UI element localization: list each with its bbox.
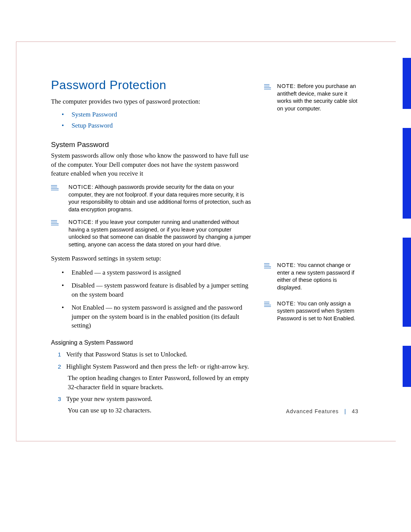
notice-block: NOTICE: If you leave your computer runni… (51, 219, 253, 248)
intro-text: The computer provides two types of passw… (51, 97, 253, 106)
section-tab[interactable] (403, 346, 411, 387)
list-item: Not Enabled — no system password is assi… (62, 303, 253, 330)
svg-rect-17 (264, 303, 269, 304)
footer-section: Advanced Features (286, 408, 339, 414)
spacer (264, 121, 363, 262)
step-text: Highlight System Password and then press… (66, 363, 249, 370)
system-password-description: System passwords allow only those who kn… (51, 151, 253, 178)
svg-rect-16 (264, 302, 269, 302)
svg-rect-1 (51, 187, 57, 187)
settings-intro: System Password settings in system setup… (51, 254, 253, 263)
svg-rect-18 (264, 305, 271, 305)
page-content: Password Protection The computer provide… (51, 78, 363, 418)
svg-rect-5 (51, 222, 57, 222)
notice-block: NOTICE: Although passwords provide secur… (51, 184, 253, 213)
notice-text: NOTICE: If you leave your computer runni… (68, 219, 253, 248)
password-types-list: System Password Setup Password (62, 109, 253, 131)
step-followup: The option heading changes to Enter Pass… (68, 374, 253, 392)
svg-rect-2 (51, 188, 59, 189)
notice-icon (51, 219, 66, 227)
step-number: 1 (58, 350, 66, 358)
notice-icon (51, 184, 66, 192)
system-password-heading: System Password (51, 141, 253, 149)
note-lead: NOTE: (277, 262, 296, 268)
step-text: Type your new system password. (66, 395, 152, 403)
svg-rect-6 (51, 223, 59, 224)
svg-rect-19 (264, 306, 271, 307)
notice-text: NOTICE: Although passwords provide secur… (68, 184, 253, 213)
notice-body: Although passwords provide security for … (68, 184, 251, 212)
tab-gap (403, 219, 411, 238)
note-text: NOTE: You cannot change or enter a new s… (277, 262, 363, 291)
side-note: NOTE: You cannot change or enter a new s… (264, 262, 363, 291)
section-tabs (403, 58, 411, 387)
footer-page-number: 43 (352, 408, 358, 414)
note-lead: NOTE: (277, 83, 296, 89)
assigning-heading: Assigning a System Password (51, 339, 253, 346)
step-text: Verify that Password Status is set to Un… (66, 351, 187, 358)
svg-rect-8 (264, 84, 269, 85)
list-item: Enabled — a system password is assigned (62, 268, 253, 277)
step-number: 2 (58, 363, 66, 371)
list-item: Disabled — system password feature is di… (62, 281, 253, 299)
notice-lead: NOTICE: (68, 184, 94, 190)
page-title: Password Protection (51, 78, 253, 92)
step-item: 1Verify that Password Status is set to U… (58, 350, 253, 359)
setup-password-link[interactable]: Setup Password (72, 122, 113, 129)
note-icon (264, 83, 276, 90)
svg-rect-15 (264, 268, 271, 268)
system-password-link[interactable]: System Password (72, 111, 117, 118)
step-item: 2Highlight System Password and then pres… (58, 362, 253, 391)
page-footer: Advanced Features | 43 (51, 408, 358, 414)
assigning-steps: 1Verify that Password Status is set to U… (58, 350, 253, 415)
svg-rect-7 (51, 225, 59, 225)
section-tab[interactable] (403, 128, 411, 219)
svg-rect-11 (264, 89, 271, 89)
svg-rect-0 (51, 185, 57, 186)
note-text: NOTE: Before you purchase an antitheft d… (277, 83, 363, 112)
svg-rect-9 (264, 86, 269, 86)
main-column: Password Protection The computer provide… (51, 78, 253, 418)
section-tab[interactable] (403, 58, 411, 109)
svg-rect-4 (51, 220, 57, 221)
svg-rect-3 (51, 190, 59, 190)
settings-list: Enabled — a system password is assigned … (62, 268, 253, 330)
step-number: 3 (58, 395, 66, 403)
footer-separator: | (344, 408, 346, 414)
note-icon (264, 301, 276, 308)
note-text: NOTE: You can only assign a system passw… (277, 300, 363, 323)
svg-rect-10 (264, 87, 271, 88)
note-icon (264, 262, 276, 269)
side-note: NOTE: Before you purchase an antitheft d… (264, 83, 363, 112)
notice-lead: NOTICE: (68, 219, 94, 225)
svg-rect-13 (264, 265, 269, 265)
tab-gap (403, 327, 411, 346)
notice-body: If you leave your computer running and u… (68, 219, 251, 248)
section-tab[interactable] (403, 238, 411, 327)
svg-rect-12 (264, 263, 269, 264)
note-lead: NOTE: (277, 300, 296, 307)
list-item: System Password (62, 109, 253, 120)
side-note: NOTE: You can only assign a system passw… (264, 300, 363, 323)
list-item: Setup Password (62, 120, 253, 131)
svg-rect-14 (264, 266, 271, 267)
tab-gap (403, 109, 411, 128)
side-column: NOTE: Before you purchase an antitheft d… (264, 78, 363, 331)
